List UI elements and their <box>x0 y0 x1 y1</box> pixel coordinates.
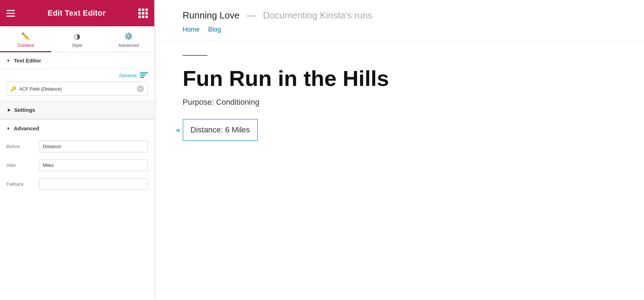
post-distance: Distance: 6 Miles <box>190 125 250 134</box>
text-editor-section-header[interactable]: ▼ Text Editor <box>0 53 154 69</box>
site-title-row: Running Love — Documenting Kinsta's runs <box>183 10 616 21</box>
after-input[interactable] <box>39 159 148 171</box>
after-field-row: After <box>0 156 154 175</box>
tab-content[interactable]: ✏️ Content <box>0 26 51 52</box>
dropdown-panel: ▶ Settings <box>0 101 154 119</box>
before-input[interactable] <box>39 141 148 152</box>
advanced-arrow-icon: ▼ <box>6 126 10 131</box>
right-content: Running Love — Documenting Kinsta's runs… <box>154 0 644 300</box>
separator-line <box>183 55 207 56</box>
section-collapse-arrow: ▼ <box>6 59 10 63</box>
tab-advanced[interactable]: ⚙️ Advanced <box>103 26 154 52</box>
grid-icon[interactable] <box>138 9 148 18</box>
acf-field-row: 🔑 × <box>0 80 154 101</box>
pencil-icon: ✏️ <box>21 32 30 40</box>
page-title: Edit Text Editor <box>48 9 106 18</box>
advanced-section: ▼ Advanced Before After Fallback <box>0 119 154 193</box>
tab-content-label: Content <box>18 43 34 48</box>
hamburger-icon[interactable] <box>6 10 15 17</box>
top-bar: Edit Text Editor <box>0 0 154 26</box>
post-title: Fun Run in the Hills <box>183 66 616 91</box>
gear-icon: ⚙️ <box>124 32 133 40</box>
site-nav: Home Blog <box>183 26 616 33</box>
before-label: Before <box>6 144 35 149</box>
tab-style[interactable]: ◑ Style <box>51 26 103 52</box>
acf-field-input[interactable] <box>19 86 137 92</box>
fallback-label: Fallback <box>6 181 35 187</box>
style-icon: ◑ <box>74 32 80 40</box>
post-purpose: Purpose: Conditioning <box>183 98 616 107</box>
nav-blog[interactable]: Blog <box>208 26 221 33</box>
fallback-input[interactable] <box>39 178 148 190</box>
after-label: After <box>6 163 35 168</box>
collapse-arrow-icon[interactable]: ◀ <box>176 127 179 133</box>
left-panel: Edit Text Editor ✏️ Content ◑ Style ⚙️ A… <box>0 0 154 300</box>
fallback-field-row: Fallback <box>0 175 154 193</box>
settings-label: Settings <box>14 107 35 113</box>
tab-style-label: Style <box>72 43 82 48</box>
title-separator: — <box>246 10 256 21</box>
site-header: Running Love — Documenting Kinsta's runs… <box>154 0 644 41</box>
settings-row[interactable]: ▶ Settings <box>0 101 154 119</box>
panel-content: ▼ Text Editor Dynamic 🔑 × ▶ Settings <box>0 53 154 300</box>
acf-field-input-wrap: 🔑 × <box>6 82 148 96</box>
site-tagline: Documenting Kinsta's runs <box>263 10 372 21</box>
advanced-header[interactable]: ▼ Advanced <box>0 120 154 137</box>
wrench-icon: 🔑 <box>10 86 16 92</box>
dynamic-lines-icon[interactable] <box>140 72 148 78</box>
dynamic-label[interactable]: Dynamic <box>119 73 137 78</box>
tabs-row: ✏️ Content ◑ Style ⚙️ Advanced <box>0 26 154 53</box>
advanced-section-label: Advanced <box>14 125 39 131</box>
main-content: Fun Run in the Hills Purpose: Conditioni… <box>154 41 644 155</box>
section-label: Text Editor <box>14 58 41 64</box>
nav-home[interactable]: Home <box>183 26 200 33</box>
dynamic-row: Dynamic <box>0 69 154 80</box>
tab-advanced-label: Advanced <box>118 43 139 48</box>
site-title: Running Love <box>183 10 239 21</box>
distance-highlighted-box: ◀ Distance: 6 Miles <box>183 119 258 141</box>
before-field-row: Before <box>0 137 154 156</box>
settings-arrow-icon: ▶ <box>8 108 11 112</box>
acf-field-clear-button[interactable]: × <box>137 85 144 92</box>
